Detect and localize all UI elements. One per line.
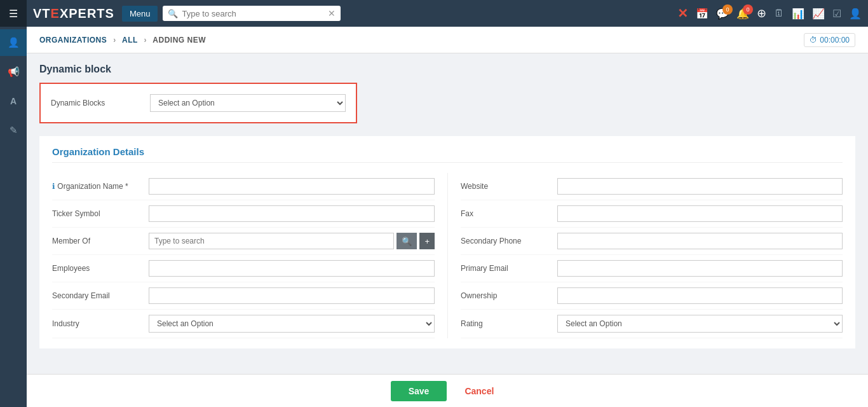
clear-search-icon[interactable]: ✕ [328,8,336,18]
dynamic-block-container: Dynamic Blocks Select an Option [39,83,357,123]
cancel-button[interactable]: Cancel [454,381,504,401]
field-org-name: ℹ Organization Name * [52,173,435,200]
input-org-name[interactable] [149,178,435,195]
sidebar-menu-icon[interactable]: ☰ [0,0,27,27]
dynamic-block-select[interactable]: Select an Option [150,94,346,112]
label-industry: Industry [52,319,141,328]
calendar2-icon[interactable]: 🗓 [774,8,784,19]
input-member-of[interactable] [149,233,394,249]
input-website[interactable] [557,178,843,195]
select-rating[interactable]: Select an Option [557,315,843,333]
label-website: Website [461,182,550,191]
calendar-icon[interactable]: 📅 [696,8,709,20]
info-icon-org-name: ℹ [52,182,55,191]
bell-icon[interactable]: 🔔 0 [736,8,749,20]
save-button[interactable]: Save [391,381,447,401]
user-icon[interactable]: 👤 [849,8,862,20]
chat-badge: 0 [722,4,733,15]
input-primary-email[interactable] [557,260,843,277]
sidebar-item-edit[interactable]: ✎ [0,117,27,144]
breadcrumb-sep1: › [113,36,116,45]
input-ticker-symbol[interactable] [149,205,435,222]
select-industry[interactable]: Select an Option [149,315,435,333]
vtiger-icon[interactable]: ✕ [677,6,688,21]
breadcrumb-organizations[interactable]: ORGANIZATIONS [39,36,107,45]
field-fax: Fax [461,200,843,228]
field-member-of: Member Of 🔍 + [52,228,435,255]
field-website: Website [461,173,843,200]
breadcrumb-bar: ORGANIZATIONS › All › Adding new ⏱ 00:00… [27,27,868,53]
label-org-name: ℹ Organization Name * [52,182,141,191]
timer-value: 00:00:00 [820,36,850,45]
dynamic-block-label: Dynamic Blocks [51,99,140,107]
label-member-of: Member Of [52,237,141,245]
bell-badge: 0 [743,4,753,15]
form-grid: ℹ Organization Name * Ticker Symbol [52,173,843,338]
member-of-row: 🔍 + [149,233,435,249]
logo: VTEXPERTS [33,6,114,21]
form-col-left: ℹ Organization Name * Ticker Symbol [52,173,447,338]
timer-icon: ⏱ [810,36,817,45]
form-col-right: Website Fax Secondary Phone [447,173,843,338]
required-org-name: * [125,182,128,191]
field-secondary-email: Secondary Email [52,282,435,310]
topbar-right: ✕ 📅 💬 0 🔔 0 ⊕ 🗓 📊 📈 ☑ 👤 [677,6,862,21]
org-section-title: Organization Details [52,146,843,163]
breadcrumb-sep2: › [144,36,147,45]
sidebar-item-organizations[interactable]: 👤 [0,29,27,56]
sidebar: ☰ 👤 📢 A ✎ [0,0,27,407]
field-ticker-symbol: Ticker Symbol [52,200,435,228]
chart-bar-icon[interactable]: 📊 [792,8,804,20]
add-icon[interactable]: ⊕ [757,6,766,20]
label-primary-email: Primary Email [461,264,550,273]
label-fax: Fax [461,209,550,218]
sidebar-item-announcements[interactable]: 📢 [0,59,27,85]
menu-button[interactable]: Menu [122,6,158,22]
breadcrumb-all[interactable]: All [122,36,138,45]
label-ticker-symbol: Ticker Symbol [52,209,141,218]
member-of-search-btn[interactable]: 🔍 [397,233,417,249]
content-area: ORGANIZATIONS › All › Adding new ⏱ 00:00… [27,27,868,407]
topbar: VTEXPERTS Menu 🔍 ✕ ✕ 📅 💬 0 🔔 0 ⊕ 🗓 📊 📈 ☑… [27,0,868,27]
main-area: VTEXPERTS Menu 🔍 ✕ ✕ 📅 💬 0 🔔 0 ⊕ 🗓 📊 📈 ☑… [27,0,868,407]
field-secondary-phone: Secondary Phone [461,228,843,255]
checklist-icon[interactable]: ☑ [832,8,841,20]
scrollable-content: Dynamic block Dynamic Blocks Select an O… [27,53,868,407]
org-details-section: Organization Details ℹ Organization Name… [39,136,855,348]
input-secondary-phone[interactable] [557,233,843,249]
field-rating: Rating Select an Option [461,310,843,338]
dynamic-block-field-row: Dynamic Blocks Select an Option [51,94,346,112]
field-employees: Employees [52,255,435,282]
sidebar-item-alpha[interactable]: A [0,88,27,114]
input-fax[interactable] [557,205,843,222]
global-search-input[interactable] [182,9,324,18]
input-employees[interactable] [149,260,435,277]
field-industry: Industry Select an Option [52,310,435,338]
label-secondary-email: Secondary Email [52,291,141,300]
search-icon: 🔍 [168,9,178,18]
chart-line-icon[interactable]: 📈 [812,8,825,20]
chat-icon[interactable]: 💬 0 [716,8,729,20]
field-primary-email: Primary Email [461,255,843,282]
breadcrumb: ORGANIZATIONS › All › Adding new [39,36,206,45]
timer: ⏱ 00:00:00 [804,33,855,47]
field-ownership: Ownership [461,282,843,310]
global-search: 🔍 ✕ [163,6,341,21]
footer: Save Cancel [27,374,868,407]
label-secondary-phone: Secondary Phone [461,237,550,245]
input-ownership[interactable] [557,287,843,304]
dynamic-block-title: Dynamic block [39,64,855,75]
breadcrumb-current: Adding new [153,36,206,45]
label-employees: Employees [52,264,141,273]
input-secondary-email[interactable] [149,287,435,304]
label-rating: Rating [461,319,550,328]
label-ownership: Ownership [461,291,550,300]
member-of-add-btn[interactable]: + [419,233,435,249]
